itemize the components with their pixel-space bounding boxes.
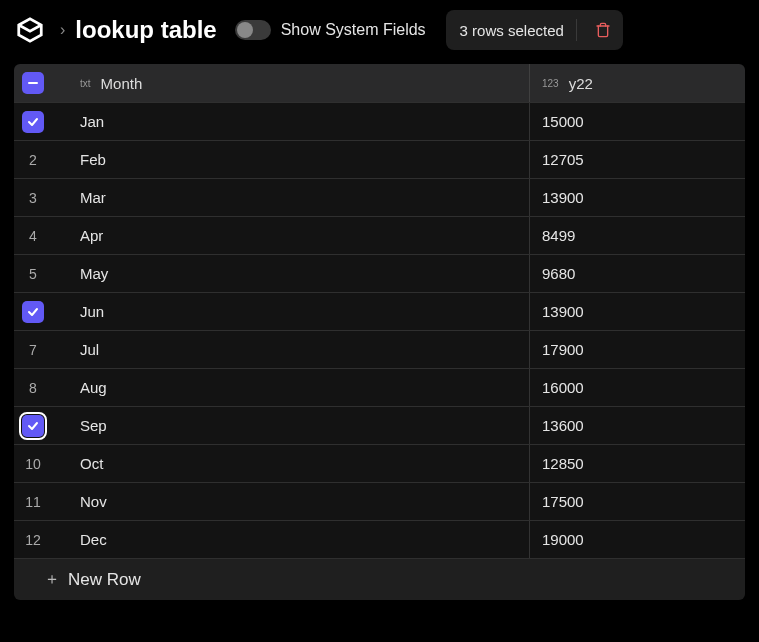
selection-count: 3 rows selected: [460, 22, 564, 39]
table-row[interactable]: 4Apr8499: [14, 216, 745, 254]
cell-y22[interactable]: 13600: [530, 407, 745, 444]
divider: [576, 19, 577, 41]
app-logo-icon[interactable]: [14, 14, 46, 46]
cell-y22[interactable]: 19000: [530, 521, 745, 558]
cell-month[interactable]: Feb: [66, 141, 530, 178]
delete-button[interactable]: [589, 16, 617, 44]
cell-month[interactable]: Mar: [66, 179, 530, 216]
row-index[interactable]: 10: [14, 456, 66, 472]
cell-month[interactable]: Jul: [66, 331, 530, 368]
new-row-button[interactable]: ＋ New Row: [14, 558, 745, 600]
column-label: Month: [101, 75, 143, 92]
table-row[interactable]: 3Mar13900: [14, 178, 745, 216]
type-badge-text: txt: [80, 78, 91, 89]
row-index[interactable]: 2: [14, 152, 66, 168]
row-index[interactable]: 11: [14, 494, 66, 510]
cell-y22[interactable]: 17500: [530, 483, 745, 520]
cell-month[interactable]: Jan: [66, 103, 530, 140]
plus-icon: ＋: [44, 569, 60, 590]
select-all-cell: [14, 72, 66, 94]
cell-month[interactable]: Jun: [66, 293, 530, 330]
cell-y22[interactable]: 15000: [530, 103, 745, 140]
select-all-checkbox[interactable]: [22, 72, 44, 94]
cell-month[interactable]: Sep: [66, 407, 530, 444]
row-checkbox-cell: [14, 415, 66, 437]
row-index[interactable]: 12: [14, 532, 66, 548]
table-row[interactable]: 7Jul17900: [14, 330, 745, 368]
row-checkbox[interactable]: [22, 415, 44, 437]
column-header-month[interactable]: txt Month: [66, 64, 530, 102]
row-index[interactable]: 4: [14, 228, 66, 244]
type-badge-number: 123: [542, 78, 559, 89]
cell-month[interactable]: Oct: [66, 445, 530, 482]
toggle-label: Show System Fields: [281, 21, 426, 39]
cell-month[interactable]: May: [66, 255, 530, 292]
table-row[interactable]: 2Feb12705: [14, 140, 745, 178]
row-checkbox[interactable]: [22, 301, 44, 323]
column-label: y22: [569, 75, 593, 92]
cell-y22[interactable]: 13900: [530, 293, 745, 330]
row-checkbox-cell: [14, 301, 66, 323]
cell-month[interactable]: Nov: [66, 483, 530, 520]
cell-y22[interactable]: 8499: [530, 217, 745, 254]
cell-month[interactable]: Dec: [66, 521, 530, 558]
row-checkbox-cell: [14, 111, 66, 133]
toggle-knob: [237, 22, 253, 38]
cell-y22[interactable]: 12850: [530, 445, 745, 482]
column-header-y22[interactable]: 123 y22: [530, 64, 745, 102]
data-table: txt Month 123 y22 Jan150002Feb127053Mar1…: [14, 64, 745, 600]
table-row[interactable]: Jun13900: [14, 292, 745, 330]
row-index[interactable]: 5: [14, 266, 66, 282]
selection-bar: 3 rows selected: [446, 10, 623, 50]
table-row[interactable]: 8Aug16000: [14, 368, 745, 406]
table-row[interactable]: 10Oct12850: [14, 444, 745, 482]
cell-y22[interactable]: 13900: [530, 179, 745, 216]
show-system-fields-toggle[interactable]: [235, 20, 271, 40]
cell-y22[interactable]: 16000: [530, 369, 745, 406]
row-index[interactable]: 8: [14, 380, 66, 396]
cell-month[interactable]: Aug: [66, 369, 530, 406]
table-row[interactable]: 11Nov17500: [14, 482, 745, 520]
new-row-label: New Row: [68, 570, 141, 590]
cell-month[interactable]: Apr: [66, 217, 530, 254]
breadcrumb-chevron-icon: ›: [60, 21, 65, 39]
cell-y22[interactable]: 12705: [530, 141, 745, 178]
table-row[interactable]: Sep13600: [14, 406, 745, 444]
row-index[interactable]: 3: [14, 190, 66, 206]
cell-y22[interactable]: 17900: [530, 331, 745, 368]
cell-y22[interactable]: 9680: [530, 255, 745, 292]
row-index[interactable]: 7: [14, 342, 66, 358]
table-row[interactable]: Jan15000: [14, 102, 745, 140]
top-header: › lookup table Show System Fields 3 rows…: [0, 0, 759, 64]
table-row[interactable]: 5May9680: [14, 254, 745, 292]
show-system-fields-toggle-wrap: Show System Fields: [235, 20, 426, 40]
table-row[interactable]: 12Dec19000: [14, 520, 745, 558]
trash-icon: [595, 22, 611, 38]
table-header-row: txt Month 123 y22: [14, 64, 745, 102]
row-checkbox[interactable]: [22, 111, 44, 133]
page-title: lookup table: [75, 16, 216, 44]
